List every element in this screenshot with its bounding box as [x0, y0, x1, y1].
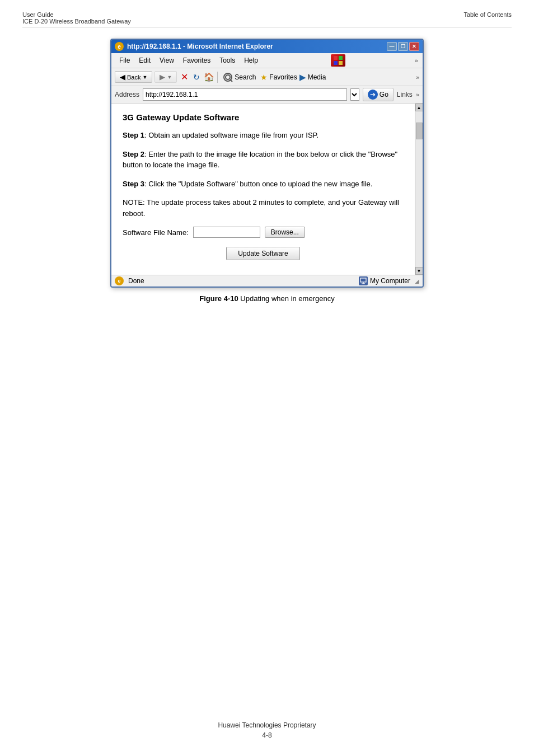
toolbar-overflow-chevron[interactable]: » [416, 74, 419, 81]
scroll-down-button[interactable]: ▼ [415, 267, 423, 275]
favorites-star-icon: ★ [260, 73, 268, 82]
status-text: Done [128, 277, 144, 285]
back-dropdown-icon[interactable]: ▼ [142, 74, 147, 80]
figure-label: Figure 4-10 [199, 294, 238, 303]
svg-rect-6 [360, 278, 366, 282]
menu-view[interactable]: View [156, 55, 177, 65]
my-computer-indicator: My Computer [359, 276, 410, 285]
toolbar: ◀ Back ▼ ▶ ▼ ✕ ↻ 🏠 [111, 68, 423, 86]
forward-button[interactable]: ▶ ▼ [154, 71, 177, 83]
back-arrow-icon: ◀ [120, 73, 125, 81]
scroll-track [415, 111, 423, 267]
doc-header-left: User Guide ICE D-20 Wireless Broadband G… [22, 11, 131, 25]
step1-text: Step 1: Obtain an updated software image… [123, 130, 404, 141]
content-scrollbar: ▲ ▼ [415, 104, 423, 275]
browser-title: http://192.168.1.1 - Microsoft Internet … [127, 43, 273, 50]
refresh-button[interactable]: ↻ [191, 72, 202, 82]
step3-bold: Step 3 [123, 180, 144, 188]
go-arrow-icon: ➔ [368, 90, 378, 100]
update-software-button[interactable]: Update Software [226, 247, 299, 260]
title-bar-left: e http://192.168.1.1 - Microsoft Interne… [115, 42, 273, 51]
update-row: Update Software [123, 247, 404, 260]
note-text: NOTE: The update process takes about 2 m… [123, 197, 404, 219]
search-icon [223, 73, 232, 82]
media-label: Media [308, 73, 326, 81]
doc-header: User Guide ICE D-20 Wireless Broadband G… [22, 11, 512, 27]
address-dropdown[interactable] [350, 88, 359, 101]
menu-file[interactable]: File [116, 55, 133, 65]
figure-text: Updating when in emergency [240, 294, 334, 303]
doc-header-line1: User Guide [22, 11, 131, 18]
doc-header-right: Table of Contents [463, 11, 512, 25]
scroll-up-button[interactable]: ▲ [415, 104, 423, 111]
computer-icon [359, 276, 368, 285]
status-resize-handle[interactable]: ◢ [415, 278, 419, 284]
toolbar-sep-1 [217, 72, 218, 83]
svg-line-5 [230, 79, 232, 82]
footer-company: Huawei Technologies Proprietary [218, 721, 316, 729]
doc-header-line2: ICE D-20 Wireless Broadband Gateway [22, 18, 131, 25]
stop-button[interactable]: ✕ [179, 72, 189, 82]
scroll-thumb[interactable] [416, 123, 423, 139]
close-button[interactable]: ✕ [409, 42, 419, 51]
favorites-label: Favorites [269, 73, 297, 81]
forward-arrow-icon: ▶ [160, 73, 165, 81]
menu-bar: File Edit View Favorites Tools Help » [111, 53, 423, 68]
step2-bold: Step 2 [123, 150, 144, 158]
svg-rect-1 [339, 56, 343, 60]
step2-rest: : Enter the path to the image file locat… [123, 150, 397, 170]
content-wrapper: 3G Gateway Update Software Step 1: Obtai… [111, 104, 423, 275]
title-bar: e http://192.168.1.1 - Microsoft Interne… [111, 40, 423, 53]
menu-favorites[interactable]: Favorites [180, 55, 214, 65]
windows-logo [331, 54, 345, 67]
svg-rect-0 [334, 56, 338, 60]
software-file-input[interactable] [193, 227, 260, 238]
address-input[interactable] [143, 88, 347, 101]
svg-point-4 [226, 75, 230, 79]
menu-help[interactable]: Help [241, 55, 261, 65]
search-label: Search [235, 73, 256, 81]
menu-overflow-chevron[interactable]: » [415, 57, 418, 64]
step3-rest: : Click the "Update Software" button onc… [144, 180, 372, 188]
links-chevron-icon: » [416, 91, 419, 98]
address-label: Address [115, 91, 139, 98]
content-title: 3G Gateway Update Software [123, 112, 404, 122]
file-label: Software File Name: [123, 228, 189, 237]
favorites-button[interactable]: ★ Favorites [260, 73, 297, 82]
restore-button[interactable]: ❐ [398, 42, 408, 51]
doc-footer: Huawei Technologies Proprietary 4-8 [0, 721, 534, 739]
media-icon: ▶ [299, 72, 306, 82]
ie-icon: e [115, 42, 124, 51]
svg-rect-3 [339, 61, 343, 65]
content-area: 3G Gateway Update Software Step 1: Obtai… [111, 104, 415, 275]
my-computer-label: My Computer [370, 277, 410, 285]
media-button[interactable]: ▶ Media [299, 72, 326, 82]
step2-text: Step 2: Enter the path to the image file… [123, 149, 404, 171]
go-label: Go [380, 91, 388, 98]
go-button[interactable]: ➔ Go [363, 88, 394, 101]
links-label: Links [397, 91, 413, 98]
minimize-button[interactable]: — [387, 42, 397, 51]
browse-button[interactable]: Browse... [265, 227, 305, 238]
back-label: Back [127, 74, 140, 81]
address-bar: Address ➔ Go Links » [111, 86, 423, 104]
step1-rest: : Obtain an updated software image file … [144, 131, 318, 139]
figure-caption: Figure 4-10 Updating when in emergency [22, 294, 512, 303]
step3-text: Step 3: Click the "Update Software" butt… [123, 179, 404, 190]
menu-edit[interactable]: Edit [135, 55, 154, 65]
browser-window: e http://192.168.1.1 - Microsoft Interne… [110, 39, 424, 288]
status-bar: e Done My Computer ◢ [111, 275, 423, 287]
footer-page: 4-8 [262, 731, 271, 739]
step1-bold: Step 1 [123, 131, 144, 139]
back-button[interactable]: ◀ Back ▼ [115, 71, 152, 83]
file-name-row: Software File Name: Browse... [123, 227, 404, 238]
title-bar-controls: — ❐ ✕ [387, 42, 419, 51]
svg-rect-2 [334, 61, 338, 65]
home-button[interactable]: 🏠 [204, 72, 214, 82]
ie-status-icon: e [115, 276, 124, 285]
menu-tools[interactable]: Tools [216, 55, 238, 65]
forward-dropdown-icon[interactable]: ▼ [167, 74, 172, 80]
search-button[interactable]: Search [221, 72, 258, 83]
page-wrapper: User Guide ICE D-20 Wireless Broadband G… [0, 0, 534, 756]
